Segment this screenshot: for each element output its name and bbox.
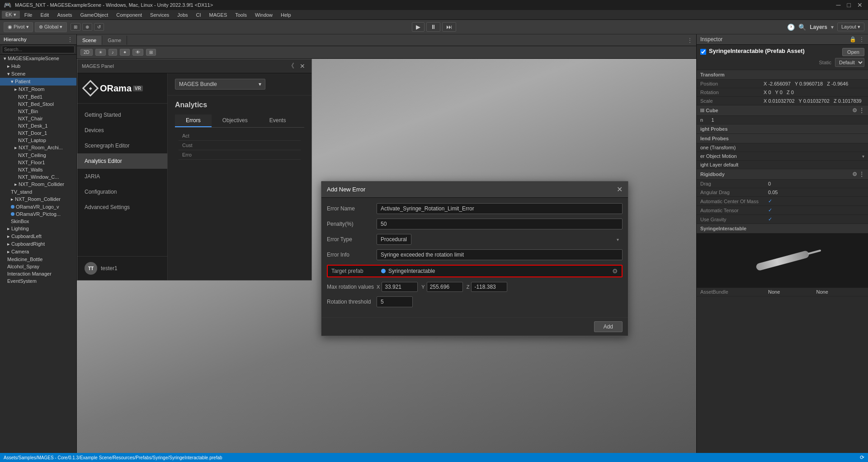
mages-nav-item-devices[interactable]: Devices [77,123,167,138]
layers-dropdown-icon[interactable]: ▾ [831,24,834,30]
tool-btn-3[interactable]: ↺ [94,23,104,31]
hierarchy-item[interactable]: EventSystem [0,277,76,285]
tab-errors[interactable]: Errors [175,114,212,127]
mages-nav-item-analytics-editor[interactable]: Analytics Editor [77,153,167,169]
penalty-input[interactable] [377,219,623,229]
pause-btn[interactable]: ⏸ [426,22,440,32]
mages-nav-item-jaria[interactable]: JARIA [77,169,167,184]
hierarchy-item[interactable]: ▸ NXT_Room_Collider [0,195,76,203]
rot-z-input[interactable] [471,282,507,292]
hierarchy-item[interactable]: ▸ NXT_Room_Archi... [0,144,76,152]
hierarchy-item[interactable]: ▸ NXT_Room [0,86,76,93]
menu-item-ci[interactable]: CI [193,11,205,19]
hierarchy-item[interactable]: TV_stand [0,188,76,195]
mages-nav-item-configuration[interactable]: Configuration [77,184,167,200]
mages-close-btn[interactable]: ✕ [298,62,307,70]
play-btn[interactable]: ▶ [412,22,425,32]
pivot-btn[interactable]: ◉ Pivot ▾ [4,22,33,32]
rb-more-icon[interactable]: ⋮ [859,171,864,177]
hierarchy-item[interactable]: NXT_Bed1 [0,93,76,100]
2d-btn[interactable]: 2D [80,49,93,56]
hierarchy-item[interactable]: NXT_Door_1 [0,129,76,137]
hierarchy-item[interactable]: ▸ Hub [0,62,76,70]
hierarchy-item[interactable]: ▾ Patient [0,78,76,86]
hierarchy-item[interactable]: NXT_Laptop [0,137,76,144]
hierarchy-item[interactable]: NXT_Window_C... [0,173,76,181]
hierarchy-item[interactable]: Interaction Manager [0,270,76,277]
hierarchy-item[interactable]: ORamaVR_Pictog... [0,210,76,218]
hierarchy-item[interactable]: NXT_Walls [0,166,76,173]
tool-btn-2[interactable]: ⊕ [82,23,92,31]
hierarchy-item[interactable]: ▸ NXT_Room_Collider [0,181,76,188]
hierarchy-search[interactable] [2,46,75,53]
menu-item-tools[interactable]: Tools [231,11,250,19]
hierarchy-item[interactable]: ▸ Camera [0,248,76,256]
hierarchy-item[interactable]: ▾ MAGESExampleScene [0,55,76,62]
layer-select[interactable]: Default [835,58,864,67]
menu-item-edit[interactable]: Edit [37,11,52,19]
close-btn[interactable]: ✕ [855,1,864,9]
add-button[interactable]: Add [594,321,623,332]
mages-nav-item-getting-started[interactable]: Getting Started [77,107,167,123]
hierarchy-item[interactable]: SkinBox [0,218,76,225]
error-type-select[interactable]: Procedural Manual [377,234,411,245]
tool-btn-1[interactable]: ⊞ [71,23,80,31]
tab-events[interactable]: Events [259,114,297,127]
menu-item-window[interactable]: Window [251,11,276,19]
mages-collapse-btn[interactable]: 《 [286,62,296,70]
tab-objectives[interactable]: Objectives [212,114,259,127]
maximize-btn[interactable]: □ [845,1,853,9]
window-controls[interactable]: ─ □ ✕ [835,1,864,9]
history-icon[interactable]: 🕐 [787,24,795,31]
hierarchy-item[interactable]: NXT_Floor1 [0,159,76,166]
inspector-options-icon[interactable]: ⋮ [859,36,864,43]
mages-nav-item-scenegraph-editor[interactable]: Scenegraph Editor [77,138,167,153]
hierarchy-item[interactable]: NXT_Bed_Stool [0,100,76,108]
audio-btn[interactable]: ♪ [108,49,117,56]
hierarchy-item[interactable]: ORamaVR_Logo_v [0,203,76,210]
hierarchy-item[interactable]: ▸ CupboardLeft [0,233,76,240]
hierarchy-item[interactable]: ▾ Scene [0,70,76,78]
hierarchy-item[interactable]: Medicine_Bottle [0,256,76,263]
prefab-active-checkbox[interactable] [700,49,706,55]
menu-item-gameobject[interactable]: GameObject [76,11,112,19]
layout-btn[interactable]: Layout ▾ [837,23,864,31]
mesh-settings-icon[interactable]: ⚙ [852,107,857,114]
global-btn[interactable]: ⊕ Global ▾ [35,22,67,32]
menu-item-assets[interactable]: Assets [53,11,75,19]
search-icon[interactable]: 🔍 [798,24,806,31]
hierarchy-item[interactable]: ▸ Lighting [0,225,76,233]
menu-item-help[interactable]: Help [277,11,295,19]
scene-view-btn[interactable]: 👁 [132,49,143,56]
menu-item-component[interactable]: Component [113,11,146,19]
threshold-input[interactable] [377,296,413,307]
hierarchy-item[interactable]: Alcohol_Spray [0,263,76,270]
rb-settings-icon[interactable]: ⚙ [852,171,857,177]
step-btn[interactable]: ⏭ [442,22,456,32]
menu-item-file[interactable]: File [21,11,36,19]
hierarchy-item[interactable]: ▸ CupboardRight [0,240,76,248]
tab-game[interactable]: Game [102,36,127,45]
scene-options[interactable]: ⋮ [684,35,696,45]
mages-bundle-select[interactable]: MAGES Bundle ▾ [175,79,265,90]
error-info-input[interactable] [377,249,623,260]
menu-item-jobs[interactable]: Jobs [174,11,191,19]
menu-item-services[interactable]: Services [146,11,173,19]
lighting-btn[interactable]: ☀ [95,49,106,56]
dialog-close-btn[interactable]: ✕ [617,185,623,194]
mesh-more-icon[interactable]: ⋮ [859,107,864,114]
gizmo-btn[interactable]: ⊞ [146,49,156,56]
inspector-lock-icon[interactable]: 🔒 [849,36,856,43]
rot-y-input[interactable] [427,282,463,292]
fx-btn[interactable]: ✦ [120,49,130,56]
hierarchy-item[interactable]: NXT_Ceiling [0,152,76,159]
hierarchy-item[interactable]: NXT_Chair [0,115,76,122]
ek-label[interactable]: EK ▾ [2,11,20,19]
hierarchy-item[interactable]: NXT_Desk_1 [0,122,76,129]
hierarchy-options-icon[interactable]: ⋮ [67,36,73,43]
minimize-btn[interactable]: ─ [835,1,843,9]
open-prefab-btn[interactable]: Open [842,48,864,56]
error-name-input[interactable] [377,203,623,214]
mages-nav-item-advanced-settings[interactable]: Advanced Settings [77,200,167,215]
tab-scene[interactable]: Scene [77,36,102,45]
